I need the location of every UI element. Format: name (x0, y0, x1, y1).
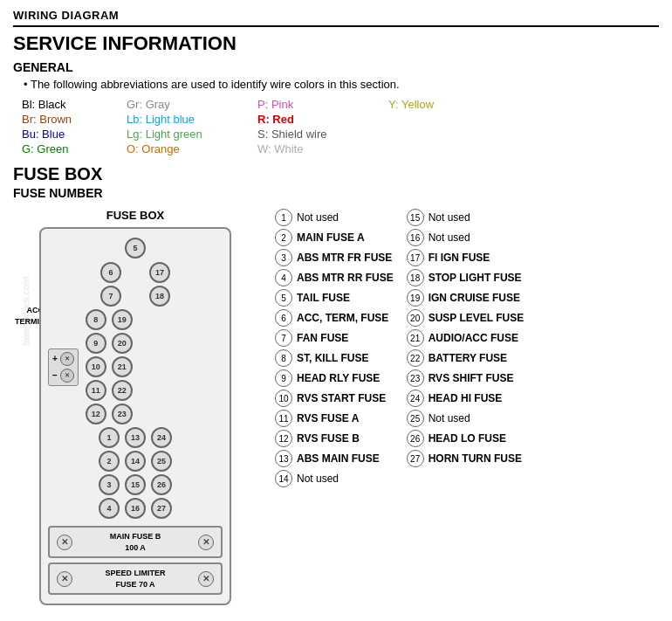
speed-limiter-left-x: ✕ (57, 571, 72, 587)
fuse-item-13: 13 ABS MAIN FUSE (275, 450, 394, 467)
main-title: SERVICE INFORMATION (13, 32, 659, 55)
terminal-minus: − ✕ (52, 369, 74, 383)
fuse-num-3: 3 (275, 249, 292, 266)
fuse-circle-7: 7 (100, 286, 121, 307)
fuse-item-21: 21 AUDIO/ACC FUSE (407, 329, 525, 347)
fuse-desc-4: ABS MTR RR FUSE (297, 270, 394, 286)
fuse-circle-23: 23 (112, 404, 133, 424)
speed-limiter-label: SPEED LIMITERFUSE 70 A (105, 568, 165, 590)
fuse-item-25: 25 Not used (407, 410, 525, 427)
fuse-num-26: 26 (407, 430, 424, 447)
fuse-num-13: 13 (275, 450, 292, 467)
fuse-row-12-23: 12 23 (86, 404, 133, 424)
fuse-item-14: 14 Not used (275, 470, 394, 487)
fuse-desc-18: STOP LIGHT FUSE (429, 270, 522, 286)
color-lightblue: Lb: Light blue (127, 113, 257, 126)
fuse-num-14: 14 (275, 470, 292, 487)
fuse-circle-6: 6 (100, 262, 121, 283)
fuse-num-6: 6 (275, 309, 292, 327)
page-header: WIRING DIAGRAM (13, 9, 659, 27)
fuse-circle-9: 9 (86, 333, 106, 354)
fuse-circle-21: 21 (112, 356, 133, 377)
color-red: R: Red (257, 113, 388, 126)
fuse-item-9: 9 HEAD RLY FUSE (275, 369, 394, 387)
acc-terminal-row: + ✕ − ✕ 8 19 9 20 (48, 309, 223, 424)
fuse-circle-16: 16 (125, 498, 146, 519)
fuse-desc-12: RVS FUSE B (297, 431, 360, 446)
fuse-num-25: 25 (407, 410, 424, 427)
fuse-row-4-16-27: 4 16 27 (48, 498, 223, 519)
fuse-circle-8: 8 (86, 309, 106, 330)
fuse-circle-20: 20 (112, 333, 133, 354)
fuse-row-3-15-26: 3 15 26 (48, 474, 223, 495)
fuse-number-title: FUSE NUMBER (13, 186, 659, 200)
fuse-circle-25: 25 (151, 451, 172, 472)
main-fuse-b: ✕ MAIN FUSE B100 A ✕ (48, 526, 223, 558)
fuse-item-26: 26 HEAD LO FUSE (407, 430, 525, 447)
fuse-num-20: 20 (407, 309, 424, 327)
fuse-circle-1: 1 (99, 427, 120, 448)
terminal-plus: + ✕ (52, 352, 74, 366)
fuse-num-2: 2 (275, 229, 292, 246)
fuse-row-1-13-24: 1 13 24 (48, 427, 223, 448)
fuse-circle-22: 22 (112, 380, 133, 401)
fuse-circle-15: 15 (125, 474, 146, 495)
fuse-row-8-19: 8 19 (86, 309, 133, 330)
fuse-num-4: 4 (275, 269, 292, 286)
terminal-minus-circle: ✕ (60, 369, 74, 383)
fuse-row-6-17: 6 17 (48, 262, 223, 283)
color-empty2 (388, 128, 502, 141)
color-pink: P: Pink (257, 98, 388, 111)
fuse-num-21: 21 (407, 329, 424, 347)
fuse-desc-17: FI IGN FUSE (429, 250, 490, 266)
fuse-circle-4: 4 (99, 498, 120, 519)
fuse-diagram: FUSE BOX ACCTERMINAL 5 6 17 7 18 (13, 209, 257, 605)
fuse-item-10: 10 RVS START FUSE (275, 390, 394, 407)
fuse-desc-27: HORN TURN FUSE (429, 451, 522, 466)
fuse-item-20: 20 SUSP LEVEL FUSE (407, 309, 525, 327)
fuse-desc-23: RVS SHIFT FUSE (429, 370, 514, 386)
fuse-num-10: 10 (275, 390, 292, 407)
fuse-num-11: 11 (275, 410, 292, 427)
fuse-circle-5: 5 (125, 238, 146, 259)
fuse-num-7: 7 (275, 329, 292, 347)
general-subtitle: GENERAL (13, 60, 659, 74)
color-white: W: White (257, 142, 388, 155)
fuse-item-17: 17 FI IGN FUSE (407, 249, 525, 266)
fuse-lower-rows: 1 13 24 2 14 25 3 15 26 4 16 27 (48, 427, 223, 519)
speed-limiter-fuse: ✕ SPEED LIMITERFUSE 70 A ✕ (48, 562, 223, 595)
fuse-circle-10: 10 (86, 356, 106, 377)
fuse-item-2: 2 MAIN FUSE A (275, 229, 394, 246)
terminal-plus-circle: ✕ (60, 352, 74, 366)
fuse-circle-27: 27 (151, 498, 172, 519)
fuse-legend: 1 Not used 2 MAIN FUSE A 3 ABS MTR FR FU… (275, 209, 659, 487)
fuse-cols-right: 8 19 9 20 10 21 11 22 (86, 309, 133, 424)
color-black: Bl: Black (22, 98, 127, 111)
fuse-item-24: 24 HEAD HI FUSE (407, 390, 525, 407)
fuse-circle-26: 26 (151, 474, 172, 495)
fuse-num-5: 5 (275, 289, 292, 307)
fuse-desc-15: Not used (429, 210, 470, 225)
color-lightgreen: Lg: Light green (127, 128, 257, 141)
fuse-desc-7: FAN FUSE (297, 330, 348, 346)
fuse-circle-19: 19 (112, 309, 133, 330)
fuse-item-11: 11 RVS FUSE A (275, 410, 394, 427)
fuse-num-8: 8 (275, 349, 292, 367)
fuse-desc-2: MAIN FUSE A (297, 230, 365, 245)
fuse-desc-8: ST, KILL FUSE (297, 350, 368, 366)
color-empty1 (388, 113, 502, 126)
main-fuse-b-right-x: ✕ (198, 535, 214, 550)
fuse-diagram-title: FUSE BOX (13, 209, 257, 222)
fuse-box-visual: 5 6 17 7 18 + ✕ (39, 227, 231, 605)
fuse-circle-12: 12 (86, 404, 106, 424)
fuse-desc-10: RVS START FUSE (297, 390, 386, 406)
main-fuse-b-left-x: ✕ (57, 535, 72, 550)
fuse-desc-5: TAIL FUSE (297, 290, 350, 306)
fuse-desc-24: HEAD HI FUSE (429, 390, 503, 406)
fuse-circle-13: 13 (125, 427, 146, 448)
color-green: G: Green (22, 142, 127, 155)
fuse-row-top: 5 (48, 238, 223, 259)
fuse-item-4: 4 ABS MTR RR FUSE (275, 269, 394, 286)
fuse-row-2-14-25: 2 14 25 (48, 451, 223, 472)
fuse-item-23: 23 RVS SHIFT FUSE (407, 369, 525, 387)
